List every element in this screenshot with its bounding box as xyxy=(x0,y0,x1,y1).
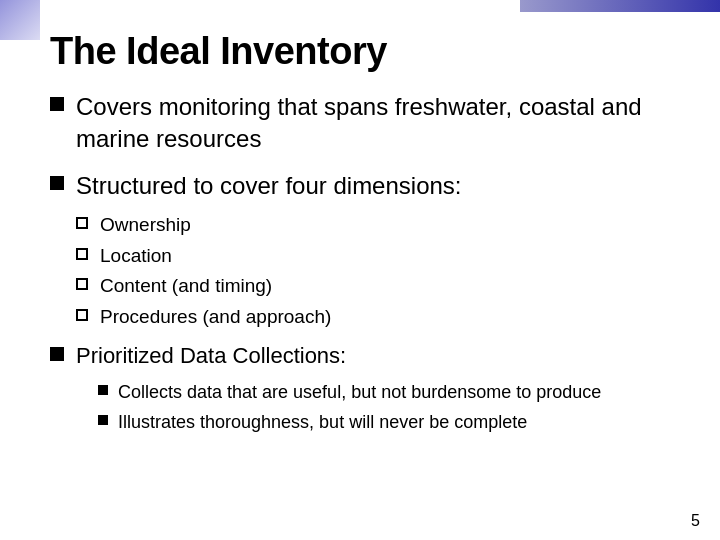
sub-bullet-text-1: Ownership xyxy=(100,212,191,239)
sub-bullet-text-3: Content (and timing) xyxy=(100,273,272,300)
page-number: 5 xyxy=(691,512,700,530)
sub-bullet-icon-2 xyxy=(76,248,88,260)
slide-title: The Ideal Inventory xyxy=(50,30,670,73)
sub-bullets-list: Ownership Location Content (and timing) … xyxy=(76,212,670,330)
sub-bullet-icon-3 xyxy=(76,278,88,290)
nested-bullet-text-1: Collects data that are useful, but not b… xyxy=(118,380,601,405)
bullet-square-icon-2 xyxy=(50,176,64,190)
main-bullet-3: Prioritized Data Collections: xyxy=(50,341,670,371)
sub-bullet-ownership: Ownership xyxy=(76,212,670,239)
sub-bullet-text-2: Location xyxy=(100,243,172,270)
bullet-square-icon-3 xyxy=(50,347,64,361)
main-bullet-1-text: Covers monitoring that spans freshwater,… xyxy=(76,91,670,156)
nested-bullet-2: Illustrates thoroughness, but will never… xyxy=(98,410,670,435)
main-bullet-1: Covers monitoring that spans freshwater,… xyxy=(50,91,670,156)
bullet-square-icon-1 xyxy=(50,97,64,111)
nested-bullet-text-2: Illustrates thoroughness, but will never… xyxy=(118,410,527,435)
main-bullet-2: Structured to cover four dimensions: xyxy=(50,170,670,202)
nested-bullet-icon-1 xyxy=(98,385,108,395)
sub-bullet-content: Content (and timing) xyxy=(76,273,670,300)
main-bullet-3-text: Prioritized Data Collections: xyxy=(76,341,346,371)
main-bullet-2-text: Structured to cover four dimensions: xyxy=(76,170,462,202)
nested-bullet-icon-2 xyxy=(98,415,108,425)
sub-bullet-icon-1 xyxy=(76,217,88,229)
nested-bullets-list: Collects data that are useful, but not b… xyxy=(98,380,670,435)
sub-bullet-procedures: Procedures (and approach) xyxy=(76,304,670,331)
sub-bullet-icon-4 xyxy=(76,309,88,321)
nested-bullet-1: Collects data that are useful, but not b… xyxy=(98,380,670,405)
sub-bullet-text-4: Procedures (and approach) xyxy=(100,304,331,331)
sub-bullet-location: Location xyxy=(76,243,670,270)
